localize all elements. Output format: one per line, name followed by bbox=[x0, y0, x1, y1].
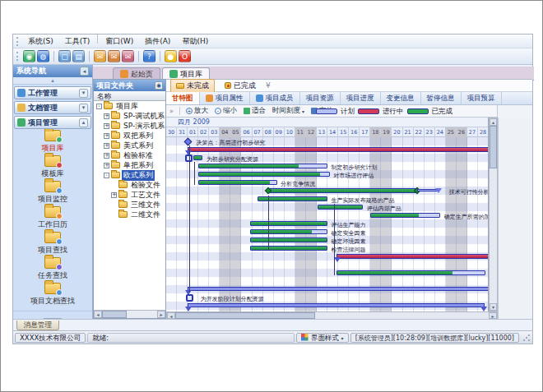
view-tab-甘特图[interactable]: 甘特图 bbox=[166, 92, 200, 104]
tree-node-SP-演示机系[interactable]: +SP-演示机系 bbox=[94, 121, 165, 131]
menu-item-4[interactable]: 插件(A) bbox=[139, 35, 176, 48]
task-bar[interactable] bbox=[250, 221, 327, 226]
scroll-thumb[interactable] bbox=[175, 312, 315, 319]
view-tab-暂停信息[interactable]: 暂停信息 bbox=[421, 92, 462, 104]
task-marker[interactable] bbox=[186, 294, 193, 302]
gantt-button-适合[interactable]: 适合 bbox=[240, 105, 269, 117]
sidebar-item-项目库[interactable]: 项目库 bbox=[13, 129, 92, 154]
sidebar-collapse-icon[interactable]: ◂ bbox=[80, 67, 89, 76]
mail-open-icon[interactable]: ✉ bbox=[108, 50, 120, 62]
tree-expander-icon[interactable]: + bbox=[104, 143, 109, 149]
tree-expander-icon[interactable]: - bbox=[96, 104, 102, 109]
sidebar-item-模板库[interactable]: 模板库 bbox=[13, 154, 92, 180]
gantt-button-时间刻度[interactable]: 时间刻度▾ bbox=[269, 105, 308, 117]
scroll-left-icon[interactable]: ◂ bbox=[94, 311, 102, 318]
sidebar-section-项目管理[interactable]: 项目管理▴ bbox=[14, 116, 91, 129]
scroll-up-icon[interactable]: ▴ bbox=[490, 118, 497, 126]
scroll-right-icon[interactable]: ▸ bbox=[157, 311, 165, 318]
task-bar[interactable] bbox=[318, 205, 363, 210]
scroll-down-icon[interactable]: ▾ bbox=[490, 303, 497, 311]
view-tab-项目进度[interactable]: 项目进度 bbox=[341, 92, 381, 104]
gantt-button-缩小[interactable]: -缩小 bbox=[211, 105, 240, 117]
mail-send-icon[interactable]: ✉ bbox=[122, 50, 134, 62]
menu-item-5[interactable]: 帮助(H) bbox=[176, 35, 214, 48]
tree-node-SP-调试机系[interactable]: +SP-调试机系 bbox=[94, 111, 165, 121]
sidebar-item-项目监控[interactable]: 项目监控 bbox=[13, 180, 92, 205]
view-tab-项目预算[interactable]: 项目预算 bbox=[462, 92, 502, 104]
tree-node-三维文件[interactable]: 三维文件 bbox=[94, 200, 165, 210]
task-bar[interactable] bbox=[198, 180, 276, 185]
scroll-left-icon[interactable]: ◂ bbox=[167, 312, 175, 319]
connect-icon[interactable]: ◉ bbox=[23, 50, 35, 62]
toolbar-overflow-icon[interactable]: » bbox=[166, 108, 177, 115]
view-tab-变更信息[interactable]: 变更信息 bbox=[381, 92, 421, 104]
tree-column-header[interactable]: 名称 bbox=[94, 91, 165, 101]
task-bar[interactable] bbox=[370, 213, 440, 218]
window-icon[interactable]: ▢ bbox=[58, 50, 71, 62]
task-bar[interactable] bbox=[193, 155, 203, 160]
overflow-chevron[interactable]: ¥ bbox=[266, 81, 271, 90]
status-tab-未完成[interactable]: 未完成 bbox=[170, 79, 215, 93]
scroll-thumb[interactable] bbox=[102, 311, 127, 318]
sidebar-item-项目文档查找[interactable]: 项目文档查找 bbox=[13, 282, 92, 307]
tree-node-二维文件[interactable]: 二维文件 bbox=[94, 210, 165, 219]
tree-expander-icon[interactable]: + bbox=[104, 153, 109, 159]
lock-icon[interactable]: ● bbox=[165, 50, 177, 62]
summary-bar[interactable] bbox=[188, 287, 489, 291]
sidebar-item-任务查找[interactable]: 任务查找 bbox=[13, 256, 92, 282]
chevron-icon[interactable]: ▴ bbox=[79, 118, 88, 127]
layout-icon[interactable]: ▤ bbox=[72, 50, 85, 62]
help-icon[interactable]: ? bbox=[143, 50, 155, 62]
sidebar-item-项目查找[interactable]: 项目查找 bbox=[13, 231, 92, 256]
task-bar[interactable] bbox=[250, 246, 327, 251]
message-manager-tab[interactable]: 消息管理 bbox=[16, 321, 59, 330]
pin-icon[interactable]: ◉ bbox=[155, 81, 163, 90]
milestone-triangle[interactable] bbox=[435, 188, 442, 193]
tree-node-工艺文件[interactable]: +工艺文件 bbox=[94, 190, 165, 200]
tree-node-单把系列[interactable]: +单把系列 bbox=[94, 160, 165, 170]
style-cell[interactable]: 界面样式 ▾ bbox=[296, 333, 349, 343]
tree-node-欧式系列[interactable]: -欧式系列 bbox=[94, 170, 165, 180]
feasibility-bar[interactable] bbox=[268, 188, 416, 193]
tree-expander-icon[interactable]: + bbox=[104, 133, 109, 139]
tree-expander-icon[interactable]: - bbox=[104, 173, 109, 178]
summary-bar[interactable] bbox=[188, 147, 489, 152]
tree-node-双把系列[interactable]: +双把系列 bbox=[94, 131, 165, 141]
scroll-thumb[interactable] bbox=[490, 126, 497, 168]
task-bar[interactable] bbox=[198, 172, 329, 177]
tree-node-检验标准[interactable]: +检验标准 bbox=[94, 150, 165, 160]
sidebar-scroll-up[interactable]: ▴ bbox=[13, 77, 92, 85]
power-icon[interactable]: O bbox=[179, 50, 191, 62]
resize-grip[interactable] bbox=[522, 334, 531, 342]
task-bar[interactable] bbox=[250, 238, 327, 242]
task-bar[interactable] bbox=[336, 270, 486, 275]
chevron-icon[interactable]: ▾ bbox=[79, 89, 88, 98]
tree-horizontal-scrollbar[interactable]: ◂ ▸ bbox=[94, 310, 165, 318]
tree-node-检验文件[interactable]: 检验文件 bbox=[94, 180, 165, 190]
menu-item-1[interactable]: 系统(S) bbox=[22, 35, 59, 48]
menu-item-3[interactable]: 窗口(W) bbox=[100, 35, 139, 48]
tree-node-项目库[interactable]: -项目库 bbox=[94, 101, 165, 111]
tree-expander-icon[interactable]: + bbox=[104, 123, 109, 129]
mail-new-icon[interactable]: ✉ bbox=[94, 50, 106, 62]
chevron-icon[interactable]: ▾ bbox=[79, 104, 88, 113]
tree-expander-icon[interactable]: + bbox=[104, 163, 109, 168]
summary-bar[interactable] bbox=[336, 254, 490, 259]
task-bar[interactable] bbox=[250, 229, 327, 234]
tree-node-美式系列[interactable]: +美式系列 bbox=[94, 141, 165, 150]
sidebar-section-工作管理[interactable]: 工作管理▾ bbox=[14, 86, 91, 99]
tree-expander-icon[interactable]: + bbox=[111, 192, 117, 198]
view-tab-项目资源[interactable]: 项目资源 bbox=[300, 92, 341, 104]
sidebar-section-文档管理[interactable]: 文档管理▾ bbox=[14, 101, 91, 114]
task-bar[interactable] bbox=[198, 164, 327, 168]
status-tab-已完成[interactable]: 已完成 bbox=[219, 79, 262, 93]
view-tab-项目成员[interactable]: 项目成员 bbox=[250, 92, 300, 104]
gantt-vertical-scrollbar[interactable]: ▴ ▾ bbox=[489, 118, 498, 311]
globe-icon[interactable]: ◍ bbox=[37, 50, 49, 62]
menu-item-2[interactable]: 工具(T) bbox=[59, 35, 96, 48]
gantt-button-放大[interactable]: +放大 bbox=[183, 105, 211, 117]
scroll-right-icon[interactable]: ▸ bbox=[489, 312, 497, 319]
view-tab-项目属性[interactable]: 项目属性 bbox=[200, 92, 250, 104]
tree-expander-icon[interactable]: + bbox=[104, 113, 109, 119]
summary-bar[interactable] bbox=[188, 303, 485, 307]
